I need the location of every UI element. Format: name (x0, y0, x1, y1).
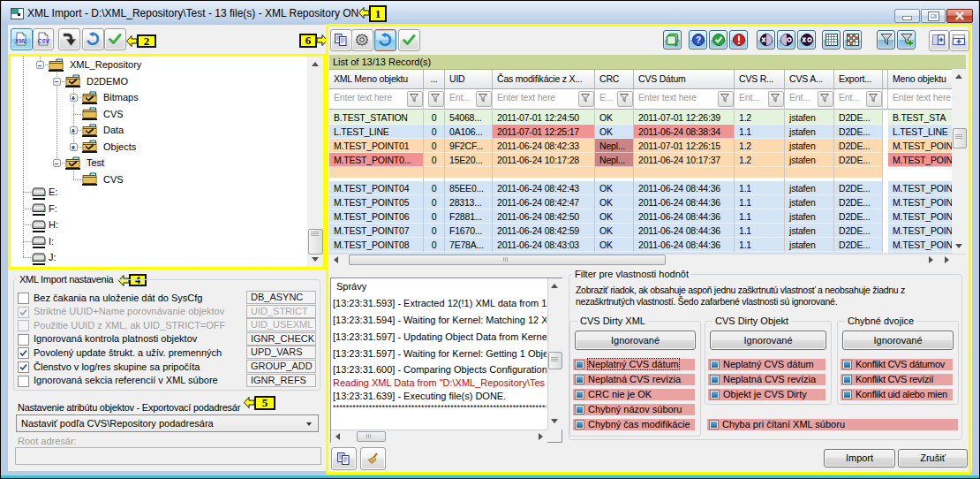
svg-text:XML: XML (14, 38, 27, 44)
svg-text:CSV: CSV (38, 38, 50, 44)
svg-text:?: ? (696, 35, 701, 45)
